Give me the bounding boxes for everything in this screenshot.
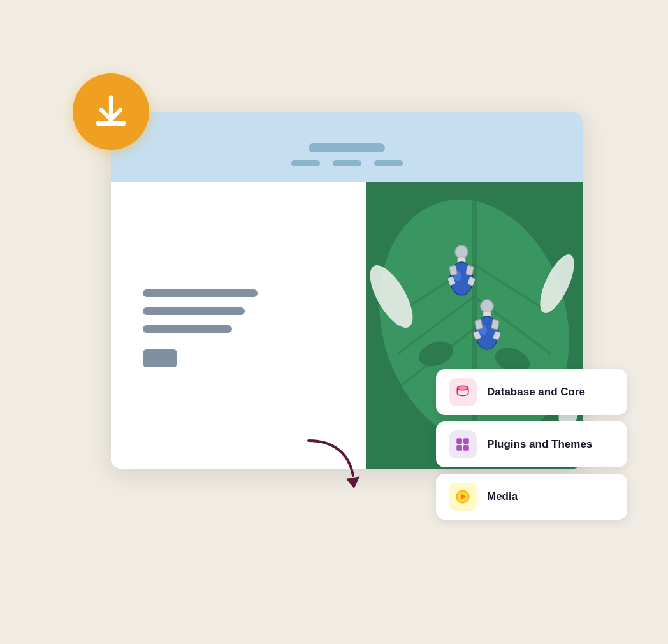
plugins-icon [454, 436, 471, 453]
svg-rect-36 [463, 445, 469, 451]
address-bar [309, 143, 385, 152]
browser-header [111, 112, 583, 182]
media-icon [454, 488, 471, 505]
svg-rect-34 [463, 438, 469, 444]
svg-point-22 [481, 300, 493, 312]
card-database-core[interactable]: Database and Core [436, 369, 627, 415]
arrow-icon [296, 428, 372, 492]
card-media[interactable]: Media [436, 474, 627, 520]
svg-marker-30 [346, 476, 362, 490]
svg-rect-18 [449, 265, 457, 275]
download-icon-circle [73, 73, 149, 150]
download-icon [92, 92, 130, 131]
database-icon [454, 384, 471, 400]
svg-point-14 [455, 245, 468, 258]
media-icon-wrapper [449, 483, 477, 511]
svg-rect-35 [456, 445, 462, 451]
cta-button-placeholder [143, 349, 177, 367]
svg-rect-0 [97, 121, 126, 126]
cards-panel: Database and Core Plugins and Themes [436, 369, 627, 520]
nav-pill-1 [291, 160, 320, 166]
svg-rect-19 [466, 265, 474, 275]
svg-point-32 [457, 386, 468, 390]
content-left [111, 182, 366, 469]
card-media-label: Media [487, 490, 518, 503]
main-scene: Database and Core Plugins and Themes [60, 61, 608, 583]
arrow-container [296, 428, 372, 494]
nav-items [291, 160, 403, 166]
plugins-icon-wrapper [449, 430, 477, 458]
svg-rect-27 [491, 319, 499, 330]
text-line-1 [143, 289, 258, 297]
text-line-2 [143, 307, 245, 315]
card-plugins-label: Plugins and Themes [487, 438, 592, 451]
text-line-3 [143, 325, 232, 333]
nav-pill-2 [333, 160, 361, 166]
database-icon-wrapper [449, 378, 477, 406]
svg-rect-26 [475, 319, 483, 330]
nav-pill-3 [374, 160, 403, 166]
card-database-label: Database and Core [487, 386, 585, 399]
card-plugins-themes[interactable]: Plugins and Themes [436, 421, 627, 467]
svg-rect-33 [456, 438, 462, 444]
